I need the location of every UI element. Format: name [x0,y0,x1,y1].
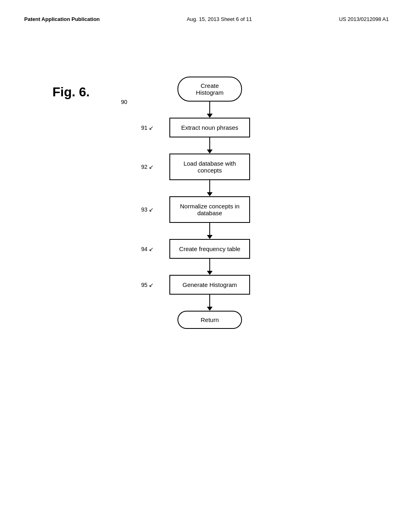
page: Patent Application Publication Aug. 15, … [0,0,413,532]
step-94-row: 94 ↙ Create frequency table [129,239,290,259]
step-93-row: 93 ↙ Normalize concepts in database [129,196,290,223]
end-node-container: Return [129,311,290,329]
step-95-row: 95 ↙ Generate Histogram [129,275,290,295]
page-header: Patent Application Publication Aug. 15, … [24,16,389,22]
step-92-row: 92 ↙ Load database with concepts [129,154,290,180]
node-load-database: Load database with concepts [169,154,250,180]
arrow-3 [209,180,210,196]
arrow-5 [209,259,210,275]
node-extract-noun-phrases: Extract noun phrases [169,118,250,137]
arrow-1 [209,102,210,118]
header-right: US 2013/0212098 A1 [339,16,389,22]
arrow-2 [209,137,210,154]
ref-91: 91 ↙ [141,125,154,131]
ref-95: 95 ↙ [141,282,154,288]
step-91-row: 91 ↙ Extract noun phrases [129,118,290,137]
flow-diagram: 90 Create Histogram 91 ↙ Extract noun ph… [129,77,290,329]
ref-90: 90 [121,99,127,105]
start-node-container: Create Histogram [129,77,290,102]
node-generate-histogram: Generate Histogram [169,275,250,295]
arrow-6 [209,295,210,311]
node-return: Return [177,311,242,329]
arrow-4 [209,223,210,239]
node-create-histogram: Create Histogram [177,77,242,102]
ref-92: 92 ↙ [141,164,154,170]
node-normalize-concepts: Normalize concepts in database [169,196,250,223]
ref-93: 93 ↙ [141,206,154,213]
ref-94: 94 ↙ [141,246,154,252]
header-center: Aug. 15, 2013 Sheet 6 of 11 [187,16,252,22]
header-left: Patent Application Publication [24,16,100,22]
node-create-frequency-table: Create frequency table [169,239,250,259]
figure-label: Fig. 6. [52,85,90,100]
